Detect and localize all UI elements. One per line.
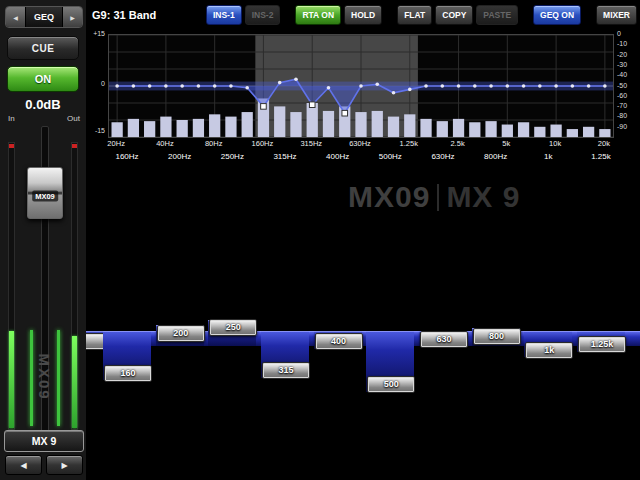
rta-axis-tick: 0: [617, 30, 621, 37]
eq-band-dot: [132, 84, 136, 88]
geq-selector-label[interactable]: GEQ: [25, 7, 63, 27]
meter-out-label: Out: [67, 114, 80, 123]
band-fader-handle-1k[interactable]: 1k: [525, 342, 573, 359]
band-fader-handle-400[interactable]: 400: [315, 333, 363, 350]
band-column-label: 630Hz: [431, 152, 454, 161]
eq-band-dot: [506, 84, 510, 88]
header-button-ins-1[interactable]: INS-1: [206, 5, 242, 25]
eq-band-dot: [229, 84, 233, 88]
header-button-hold[interactable]: HOLD: [344, 5, 382, 25]
eq-band-dot: [424, 84, 428, 88]
channel-watermark: MX09 MX 9: [348, 180, 520, 214]
band-column-label: 250Hz: [221, 152, 244, 161]
eq-axis-tick: +15: [85, 30, 105, 37]
frequency-axis-tick: 40Hz: [156, 139, 174, 148]
eq-band-dot: [278, 81, 282, 85]
rta-axis-tick: -80: [617, 112, 627, 119]
meter-level-fill: [72, 336, 77, 428]
channel-fader-handle[interactable]: MX09: [27, 167, 63, 219]
band-fader-handle-1.25k[interactable]: 1.25k: [578, 336, 626, 353]
eq-band-dot: [408, 88, 412, 92]
watermark-divider: [437, 184, 439, 211]
meter-peak-segment: [9, 144, 14, 148]
channel-color-bar-left: [30, 330, 33, 426]
watermark-channel-name: MX 9: [446, 180, 520, 214]
eq-band-dot: [587, 84, 591, 88]
top-toolbar: G9: 31 Band INS-1INS-2RTA ONHOLDFLATCOPY…: [86, 0, 640, 30]
fader-gain-readout: 0.0dB: [0, 97, 86, 112]
next-channel-button[interactable]: ▶: [46, 455, 83, 475]
header-button-copy[interactable]: COPY: [435, 5, 473, 25]
band-column-label: 160Hz: [115, 152, 138, 161]
eq-band-square-handle[interactable]: [309, 102, 315, 108]
eq-band-dot: [197, 84, 201, 88]
geq-next-arrow-icon[interactable]: ▶: [63, 7, 82, 27]
frequency-axis-tick: 20k: [598, 139, 610, 148]
band-fader-handle-160[interactable]: 160: [104, 365, 152, 382]
header-button-ins-2: INS-2: [245, 5, 281, 25]
eq-axis-tick: -15: [85, 127, 105, 134]
band-fader-handle-250[interactable]: 250: [209, 319, 257, 336]
band-column-label: 500Hz: [379, 152, 402, 161]
header-button-paste: PASTE: [476, 5, 518, 25]
meter-peak-segment: [72, 144, 77, 148]
eq-band-dot: [294, 77, 298, 81]
band-column-label: 315Hz: [273, 152, 296, 161]
frequency-axis-tick: 630Hz: [349, 139, 371, 148]
prev-channel-button[interactable]: ◀: [5, 455, 42, 475]
eq-band-dot: [522, 84, 526, 88]
eq-axis-tick: 0: [85, 80, 105, 87]
band-fader-handle-315[interactable]: 315: [262, 362, 310, 379]
eq-band-dot: [213, 84, 217, 88]
header-button-rta-on[interactable]: RTA ON: [295, 5, 341, 25]
rta-axis-tick: -90: [617, 123, 627, 130]
band-column-label: 1k: [544, 152, 552, 161]
band-fader-handle-200[interactable]: 200: [157, 325, 205, 342]
frequency-axis-tick: 315Hz: [300, 139, 322, 148]
channel-on-button[interactable]: ON: [7, 66, 79, 92]
eq-band-dot: [571, 84, 575, 88]
watermark-channel-id: MX09: [348, 180, 430, 214]
band-column-label: 400Hz: [326, 152, 349, 161]
eq-band-square-handle[interactable]: [261, 104, 267, 110]
geq-band-fader-area: MX09 MX 9 1602002503154005006308001k1.25…: [86, 166, 640, 480]
geq-prev-arrow-icon[interactable]: ◀: [6, 7, 25, 27]
band-column-label: 1.25k: [591, 152, 611, 161]
eq-band-dot: [115, 84, 119, 88]
frequency-axis-tick: 1.25k: [400, 139, 418, 148]
eq-band-dot: [538, 84, 542, 88]
fader-channel-tag: MX09: [32, 191, 58, 202]
frequency-axis-tick: 2.5k: [450, 139, 464, 148]
eq-band-dot: [489, 84, 493, 88]
band-fader-handle-800[interactable]: 800: [473, 328, 521, 345]
header-button-mixer[interactable]: MIXER: [596, 5, 637, 25]
eq-band-square-handle[interactable]: [342, 110, 348, 116]
output-level-meter: [71, 142, 78, 430]
eq-band-dot: [164, 84, 168, 88]
eq-band-dot: [148, 84, 152, 88]
eq-band-dot: [473, 84, 477, 88]
frequency-axis-tick: 5k: [502, 139, 510, 148]
eq-band-dot: [457, 84, 461, 88]
rta-axis-tick: -60: [617, 92, 627, 99]
cue-button[interactable]: CUE: [7, 36, 79, 60]
eq-band-dot: [180, 84, 184, 88]
rta-axis-tick: -40: [617, 71, 627, 78]
eq-band-dot: [554, 84, 558, 88]
eq-band-dot: [245, 86, 249, 90]
geq-selector: ◀ GEQ ▶: [5, 6, 83, 28]
eq-band-dot: [392, 91, 396, 95]
meter-level-fill: [9, 331, 14, 428]
eq-response-graph[interactable]: [108, 34, 614, 138]
header-button-flat[interactable]: FLAT: [397, 5, 432, 25]
band-fader-handle-500[interactable]: 500: [367, 376, 415, 393]
header-button-geq-on[interactable]: GEQ ON: [533, 5, 581, 25]
rta-axis-tick: -10: [617, 40, 627, 47]
band-fader-handle-630[interactable]: 630: [420, 331, 468, 348]
input-level-meter: [8, 142, 15, 430]
toolbar-buttons: INS-1INS-2RTA ONHOLDFLATCOPYPASTEGEQ ONM…: [206, 5, 637, 25]
frequency-axis-tick: 160Hz: [252, 139, 274, 148]
meter-in-label: In: [8, 114, 15, 123]
band-column-label: 200Hz: [168, 152, 191, 161]
band-column-label: 800Hz: [484, 152, 507, 161]
